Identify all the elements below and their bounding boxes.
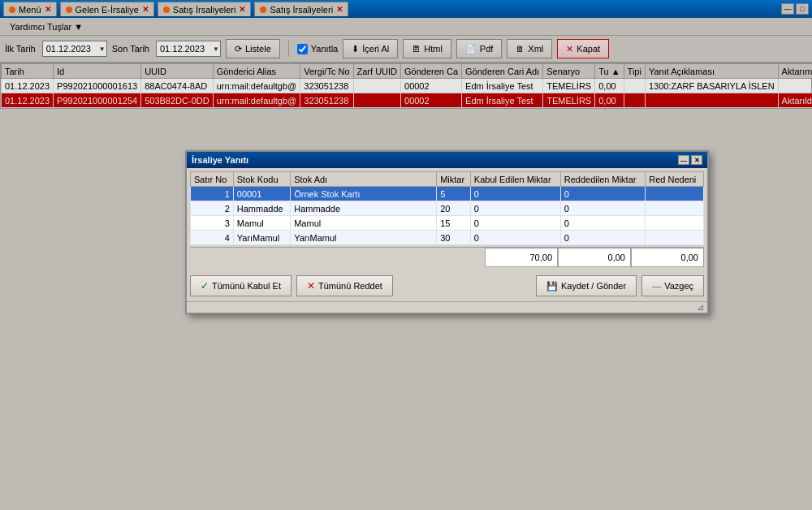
- dialog-title-bar: İrsaliye Yanıtı — ✕: [187, 152, 707, 168]
- dcol-redned: Red Nedeni: [646, 172, 704, 187]
- footer-cells: 70,00 0,00 0,00: [485, 248, 704, 267]
- dialog-table-cell: Örnek Stok Kartı: [291, 187, 437, 201]
- dialog-table-cell: Mamul: [233, 216, 290, 231]
- dialog-table-cell: 20: [437, 201, 471, 216]
- irsaliye-yaniti-dialog: İrsaliye Yanıtı — ✕ Satır No Stok Kodu S…: [185, 150, 709, 314]
- footer-total-miktar: 70,00: [485, 248, 558, 267]
- cancel-icon: —: [652, 281, 661, 291]
- dialog-table-cell: 0: [470, 216, 560, 231]
- dialog-status-bar: ⊿: [187, 301, 707, 313]
- dialog-table-cell: 00001: [233, 187, 290, 201]
- dialog-table-cell: 0: [470, 201, 560, 216]
- dialog-table-cell: Hammadde: [233, 201, 290, 216]
- dialog-table-row[interactable]: 4YarıMamulYarıMamul3000: [191, 231, 704, 245]
- dialog-table-cell: Hammadde: [291, 201, 437, 216]
- dialog-table-cell: 0: [560, 201, 645, 216]
- dialog-table-cell: [646, 216, 704, 231]
- dcol-kabul: Kabul Edilen Miktar: [470, 172, 560, 187]
- dialog-table-cell: Mamul: [291, 216, 437, 231]
- dialog-table-cell: 0: [470, 187, 560, 201]
- dialog-table-row[interactable]: 2HammaddeHammadde2000: [191, 201, 704, 216]
- dialog-table-cell: YarıMamul: [291, 231, 437, 245]
- dialog-buttons-area: ✓ Tümünü Kabul Et ✕ Tümünü Reddet 💾 Kayd…: [187, 270, 707, 301]
- footer-spacer: [190, 248, 485, 267]
- dialog-table-cell: YarıMamul: [233, 231, 290, 245]
- check-icon: ✓: [201, 280, 209, 292]
- dialog-table-header: Satır No Stok Kodu Stok Adı Miktar Kabul…: [191, 172, 704, 187]
- dialog-table-cell: [646, 201, 704, 216]
- dialog-table-cell: 4: [191, 231, 234, 245]
- footer-total-kabul: 0,00: [558, 248, 631, 267]
- dialog-title-text: İrsaliye Yanıtı: [192, 155, 248, 165]
- dcol-miktar: Miktar: [437, 172, 471, 187]
- dialog-table-cell: 15: [437, 216, 471, 231]
- x-icon: ✕: [307, 280, 315, 292]
- dialog-content: Satır No Stok Kodu Stok Adı Miktar Kabul…: [187, 168, 707, 270]
- dialog-table-cell: 0: [560, 216, 645, 231]
- vazgec-button[interactable]: — Vazgeç: [641, 275, 704, 296]
- dialog-table-cell: 0: [560, 187, 645, 201]
- kaydet-gonder-button[interactable]: 💾 Kaydet / Gönder: [536, 275, 637, 296]
- dialog-table-cell: [646, 187, 704, 201]
- dcol-stokadi: Stok Adı: [291, 172, 437, 187]
- dcol-red: Reddedilen Miktar: [560, 172, 645, 187]
- dialog-minimize-button[interactable]: —: [678, 155, 689, 165]
- footer-total-red: 0,00: [631, 248, 704, 267]
- resize-icon: ⊿: [697, 302, 704, 313]
- tumunu-reddet-button[interactable]: ✕ Tümünü Reddet: [296, 275, 393, 296]
- dialog-close-button[interactable]: ✕: [691, 155, 702, 165]
- dialog-table-cell: [646, 231, 704, 245]
- dialog-table-cell: 1: [191, 187, 234, 201]
- tumunu-kabul-button[interactable]: ✓ Tümünü Kabul Et: [190, 275, 292, 296]
- dialog-table-cell: 3: [191, 216, 234, 231]
- dcol-stokkodu: Stok Kodu: [233, 172, 290, 187]
- dialog-table-row[interactable]: 100001Örnek Stok Kartı500: [191, 187, 704, 201]
- dialog-table-row[interactable]: 3MamulMamul1500: [191, 216, 704, 231]
- save-icon: 💾: [546, 281, 558, 292]
- dialog-table-cell: 0: [560, 231, 645, 245]
- dialog-table-cell: 2: [191, 201, 234, 216]
- dialog-table-cell: 0: [470, 231, 560, 245]
- dialog-table-cell: 30: [437, 231, 471, 245]
- dialog-table-cell: 5: [437, 187, 471, 201]
- dcol-satirno: Satır No: [191, 172, 234, 187]
- dialog-controls: — ✕: [678, 155, 702, 165]
- dialog-footer-row: 70,00 0,00 0,00: [190, 247, 704, 267]
- dialog-table: Satır No Stok Kodu Stok Adı Miktar Kabul…: [190, 171, 704, 245]
